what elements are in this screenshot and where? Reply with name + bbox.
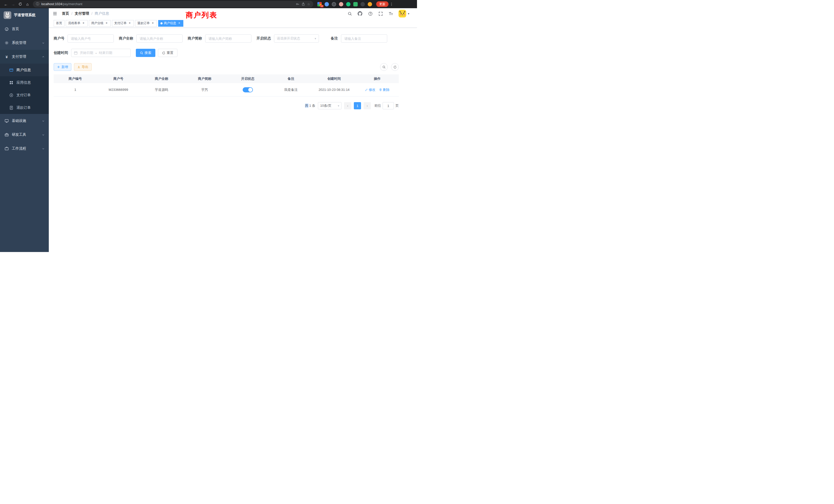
sidebar-item-label: 商户信息 <box>17 68 31 72</box>
prev-page-button[interactable]: ‹ <box>344 102 351 109</box>
search-icon[interactable] <box>347 11 352 16</box>
sidebar-item-system[interactable]: 系统管理 <box>0 36 49 50</box>
chevron-up-icon <box>42 55 45 58</box>
sidebar-item-infrastructure[interactable]: 基础设施 <box>0 114 49 128</box>
remark-input[interactable] <box>341 35 387 43</box>
reset-button[interactable]: 重置 <box>158 49 177 57</box>
column-header: 创建时间 <box>312 74 356 83</box>
help-icon[interactable] <box>368 11 373 16</box>
yen-icon: ¥ <box>5 55 9 59</box>
briefcase-icon <box>5 146 9 151</box>
breadcrumb-home[interactable]: 首页 <box>62 11 69 16</box>
sidebar-item-label: 应用信息 <box>17 80 31 85</box>
close-icon[interactable]: × <box>128 22 131 25</box>
extension-icon[interactable] <box>368 2 372 6</box>
sidebar-item-merchant-info[interactable]: 商户信息 <box>0 64 49 76</box>
hamburger-icon[interactable] <box>53 11 58 16</box>
grid-icon <box>9 81 13 85</box>
sidebar-item-app-info[interactable]: 应用信息 <box>0 76 49 89</box>
export-button[interactable]: 导出 <box>74 63 92 71</box>
chevron-down-icon <box>42 120 45 122</box>
extension-icon[interactable] <box>353 2 358 6</box>
user-avatar-menu[interactable]: ▾ <box>398 10 409 18</box>
browser-back-button[interactable]: ← <box>3 1 9 7</box>
bookmark-star-icon[interactable]: ☆ <box>307 2 310 6</box>
tab-refund-orders[interactable]: 退款订单 × <box>135 20 157 27</box>
page-number-current[interactable]: 1 <box>354 102 361 109</box>
add-button[interactable]: 新增 <box>54 63 71 71</box>
edit-link[interactable]: 修改 <box>365 88 375 92</box>
sidebar-item-refund-orders[interactable]: 退款订单 <box>0 101 49 114</box>
page-size-select[interactable]: 10条/页 ▾ <box>318 102 342 109</box>
total-count: 1 <box>309 104 311 108</box>
sidebar-item-payment-orders[interactable]: 支付订单 <box>0 89 49 101</box>
short-name-input[interactable] <box>205 35 251 43</box>
browser-forward-button[interactable]: → <box>10 1 17 7</box>
url-host: localhost:1024 <box>41 2 62 6</box>
column-header: 商户简称 <box>183 74 226 83</box>
share-icon[interactable] <box>302 2 305 6</box>
export-button-label: 导出 <box>82 65 88 69</box>
font-size-icon[interactable] <box>388 11 393 16</box>
refresh-icon[interactable] <box>391 63 399 71</box>
full-name-label: 商户全称 <box>119 36 133 41</box>
top-navbar: 首页 / 支付管理 / 商户信息 商户列表 <box>49 8 417 19</box>
cell-create-time: 2021-10-23 08:31:14 <box>312 83 356 96</box>
tab-process-form[interactable]: 流程表单 × <box>66 20 88 27</box>
sidebar-item-label: 支付管理 <box>12 54 26 59</box>
active-dot <box>160 22 162 24</box>
delete-link[interactable]: 删除 <box>379 88 390 92</box>
close-icon[interactable]: × <box>177 22 181 25</box>
close-icon[interactable]: × <box>105 22 108 25</box>
goto-page-input[interactable] <box>382 102 394 109</box>
close-icon[interactable]: × <box>151 22 155 25</box>
tab-home[interactable]: 首页 <box>54 20 64 27</box>
next-page-button[interactable]: › <box>364 102 371 109</box>
cell-short-name: 芋艿 <box>183 83 226 96</box>
cell-full-name: 芋道源码 <box>140 83 183 96</box>
sidebar-item-label: 研发工具 <box>12 132 26 137</box>
browser-refresh-button[interactable] <box>17 1 24 7</box>
sidebar-item-dev-tools[interactable]: 研发工具 <box>0 128 49 142</box>
sidebar-item-payment[interactable]: ¥ 支付管理 <box>0 50 49 64</box>
right-toolbar <box>380 63 399 71</box>
status-select[interactable]: 请选择开启状态 ▾ <box>274 35 319 43</box>
password-key-icon[interactable] <box>296 2 300 6</box>
browser-menu-icon[interactable]: ⋮ <box>389 2 394 6</box>
tab-user-group[interactable]: 用户分组 × <box>89 20 111 27</box>
full-name-input[interactable] <box>136 35 182 43</box>
search-button[interactable]: 搜索 <box>136 49 155 57</box>
site-info-icon[interactable]: ⓘ <box>36 2 39 6</box>
extension-icon[interactable]: 10 <box>317 2 322 6</box>
extension-icon[interactable] <box>339 2 343 6</box>
monitor-icon <box>5 119 9 123</box>
total-prefix: 共 <box>305 104 308 108</box>
pagination-total: 共 1 条 <box>305 104 315 108</box>
github-icon[interactable] <box>357 11 363 16</box>
extension-icon[interactable] <box>325 2 329 6</box>
sidebar-item-label: 退款订单 <box>17 106 31 110</box>
breadcrumb-payment[interactable]: 支付管理 <box>75 11 89 16</box>
toggle-search-icon[interactable] <box>380 63 388 71</box>
fullscreen-icon[interactable] <box>378 11 383 16</box>
create-time-range-picker[interactable]: 开始日期 - 结束日期 <box>71 49 131 57</box>
close-icon[interactable]: × <box>82 22 85 25</box>
sidebar-item-home[interactable]: 首页 <box>0 22 49 36</box>
sidebar: 芋道管理系统 首页 系统管理 ¥ 支付管理 <box>0 8 49 252</box>
filter-form-row-2: 创建时间 开始日期 - 结束日期 搜索 <box>54 49 399 63</box>
status-toggle[interactable] <box>243 87 253 92</box>
tab-label: 商户信息 <box>164 21 176 25</box>
extension-icon[interactable] <box>360 2 365 6</box>
merchant-no-input[interactable] <box>68 35 114 43</box>
tab-label: 用户分组 <box>91 21 104 25</box>
chrome-update-button[interactable]: 更新 <box>376 1 389 7</box>
tags-view: 首页 流程表单 × 用户分组 × 支付订单 × 退款订单 × 商户信息 × <box>49 19 417 28</box>
tab-payment-orders[interactable]: 支付订单 × <box>112 20 134 27</box>
sidebar-item-workflow[interactable]: 工作流程 <box>0 142 49 156</box>
browser-home-button[interactable]: ⌂ <box>24 1 31 7</box>
extension-icon[interactable] <box>332 2 336 6</box>
extension-icon[interactable] <box>346 2 351 6</box>
address-bar[interactable]: ⓘ localhost:1024/pay/merchant ☆ <box>33 1 313 7</box>
tab-merchant-info[interactable]: 商户信息 × <box>158 20 183 27</box>
remark-label: 备注 <box>331 36 338 41</box>
